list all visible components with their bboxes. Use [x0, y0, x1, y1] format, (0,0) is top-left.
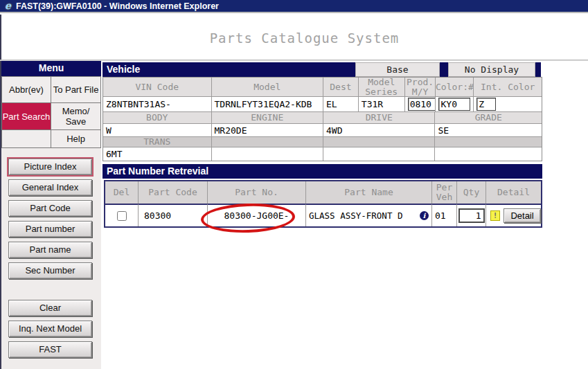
- trans-header-empty-1: [212, 137, 323, 147]
- vin-code-value: Z8NTBNT31AS-: [103, 97, 212, 112]
- title-bar: e FAST(39):GWFA0100 - Windows Internet E…: [0, 0, 588, 13]
- col-header-engine: ENGINE: [212, 112, 323, 124]
- trans-value-empty-1: [212, 147, 323, 161]
- prod-my-input[interactable]: [408, 98, 436, 111]
- menu-item-abbrev[interactable]: Abbr(ev): [2, 77, 51, 102]
- trans-header-empty-3: [435, 137, 542, 147]
- sec-number-button[interactable]: Sec Number: [8, 262, 92, 279]
- int-color-cell: [474, 97, 542, 112]
- menu-item-help[interactable]: Help: [51, 130, 100, 147]
- col-header-prod-my: Prod. M/Y: [405, 78, 436, 97]
- index-button-stack: Picture Index General Index Part Code Pa…: [1, 148, 101, 358]
- delete-checkbox[interactable]: [117, 211, 127, 221]
- menu-header: Menu: [1, 61, 101, 76]
- trans-value-empty-2: [323, 147, 435, 161]
- color-no-cell: [436, 97, 474, 112]
- detail-cell: ! Detail: [486, 204, 541, 226]
- window-title: FAST(39):GWFA0100 - Windows Internet Exp…: [16, 1, 219, 11]
- general-index-button[interactable]: General Index: [8, 179, 92, 196]
- browser-window: e FAST(39):GWFA0100 - Windows Internet E…: [0, 0, 588, 369]
- col-header-part-name: Part Name: [306, 181, 432, 204]
- model-value: TDRNLFYT31EQA2-KDB: [212, 97, 323, 112]
- tab-end-cap: [535, 62, 541, 77]
- col-header-trans: TRANS: [103, 137, 212, 147]
- body-value: W: [103, 124, 212, 137]
- col-header-drive: DRIVE: [323, 112, 435, 124]
- dest-value: EL: [323, 97, 359, 112]
- part-code-button[interactable]: Part Code: [8, 200, 92, 217]
- part-table: Del Part Code Part No. Part Name Per Veh…: [104, 180, 542, 228]
- part-retrieval-band: Part Number Retrevial: [103, 164, 542, 179]
- vehicle-header-row-1: VIN Code Model Dest Model Series Prod. M…: [103, 78, 542, 97]
- col-header-part-no: Part No.: [208, 181, 306, 204]
- qty-input[interactable]: [458, 208, 485, 223]
- col-header-detail: Detail: [486, 181, 541, 204]
- info-icon[interactable]: i: [420, 211, 429, 220]
- per-veh-cell: 01: [432, 204, 457, 226]
- part-no-cell: 80300-JG00E-: [208, 204, 306, 226]
- engine-value: MR20DE: [212, 124, 323, 137]
- trans-value-empty-3: [435, 147, 542, 161]
- tab-no-display[interactable]: No Display: [448, 62, 535, 77]
- part-name-text: GLASS ASSY-FRONT D: [309, 210, 402, 221]
- part-name-cell: GLASS ASSY-FRONT D i: [306, 204, 432, 226]
- col-header-grade: GRADE: [435, 112, 542, 124]
- menu-grid: Abbr(ev) To Part File Part Search Memo/ …: [1, 76, 101, 148]
- menu-panel: Menu Abbr(ev) To Part File Part Search M…: [1, 61, 101, 369]
- int-color-input[interactable]: [476, 98, 496, 111]
- part-code-cell: 80300: [139, 204, 208, 226]
- vehicle-value-row-3: 6MT: [103, 147, 542, 161]
- part-table-row: 80300 80300-JG00E- GLASS ASSY-FRONT D i …: [105, 204, 541, 226]
- menu-item-memo-save[interactable]: Memo/ Save: [51, 103, 100, 129]
- trans-header-empty-2: [323, 137, 435, 147]
- fast-button[interactable]: FAST: [8, 341, 92, 358]
- model-series-value: T31R: [359, 97, 405, 112]
- color-no-input[interactable]: [438, 98, 470, 111]
- col-header-int-color: Int. Color: [474, 78, 542, 97]
- inq-next-model-button[interactable]: Inq. Next Model: [8, 321, 92, 337]
- warning-icon[interactable]: !: [490, 210, 500, 221]
- tab-separator: [440, 62, 448, 77]
- col-header-dest: Dest: [323, 78, 359, 97]
- col-header-part-code: Part Code: [139, 181, 208, 204]
- menu-item-part-search[interactable]: Part Search: [2, 103, 51, 129]
- vehicle-section-title: Vehicle: [103, 62, 355, 77]
- vehicle-value-row-1: Z8NTBNT31AS- TDRNLFYT31EQA2-KDB EL T31R: [103, 97, 542, 112]
- vehicle-header-row-3: TRANS: [103, 137, 542, 147]
- menu-item-to-part-file[interactable]: To Part File: [51, 77, 100, 102]
- prod-my-cell: [405, 97, 436, 112]
- clear-button[interactable]: Clear: [8, 300, 92, 316]
- grade-value: SE: [435, 124, 542, 137]
- qty-cell: [457, 204, 486, 226]
- col-header-qty: Qty: [457, 181, 486, 204]
- part-retrieval-title: Part Number Retrevial: [103, 164, 542, 179]
- drive-value: 4WD: [323, 124, 435, 137]
- page-title: Parts Catalogue System: [0, 30, 588, 46]
- internet-explorer-icon: e: [3, 1, 13, 11]
- vehicle-band: Vehicle Base No Display: [103, 62, 542, 77]
- button-gap: [8, 283, 101, 300]
- part-table-header-row: Del Part Code Part No. Part Name Per Veh…: [105, 181, 541, 204]
- menu-cell-empty: [2, 130, 51, 147]
- col-header-del: Del: [105, 181, 139, 204]
- col-header-model: Model: [212, 78, 323, 97]
- vehicle-value-row-2: W MR20DE 4WD SE: [103, 124, 542, 137]
- col-header-model-series: Model Series: [359, 78, 405, 97]
- col-header-per-veh: Per Veh: [432, 181, 457, 204]
- trans-value: 6MT: [103, 147, 212, 161]
- col-header-body: BODY: [103, 112, 212, 124]
- col-header-color-no: Color:#: [436, 78, 474, 97]
- picture-index-button[interactable]: Picture Index: [8, 159, 92, 175]
- part-name-button[interactable]: Part name: [8, 242, 92, 258]
- del-cell: [105, 204, 139, 226]
- detail-button[interactable]: Detail: [504, 208, 541, 223]
- vehicle-table: VIN Code Model Dest Model Series Prod. M…: [103, 77, 542, 161]
- vehicle-header-row-2: BODY ENGINE DRIVE GRADE: [103, 112, 542, 124]
- part-number-button[interactable]: Part number: [8, 221, 92, 237]
- col-header-vin-code: VIN Code: [103, 78, 212, 97]
- tab-base[interactable]: Base: [355, 62, 440, 77]
